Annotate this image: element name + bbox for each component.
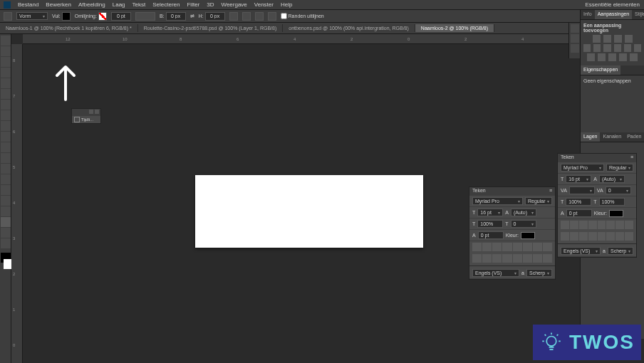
ot-ordinals-button-2[interactable] xyxy=(513,254,522,263)
path-tool-icon[interactable] xyxy=(1,206,11,216)
tab-paden[interactable]: Paden xyxy=(624,132,644,142)
smallcaps-button[interactable] xyxy=(588,221,597,229)
bold-button-2[interactable] xyxy=(472,243,482,251)
italic-button[interactable] xyxy=(570,221,578,229)
leading-input-2[interactable]: (Auto) xyxy=(514,210,527,215)
aa-select-2[interactable]: Scherp xyxy=(529,270,545,275)
stroke-swatch[interactable] xyxy=(98,12,107,21)
font-style-select[interactable]: Regular xyxy=(609,165,627,170)
tab-naamloos-2[interactable]: Naamloos-2 @ 100% (RGB/8) xyxy=(415,24,494,32)
aa-select[interactable]: Scherp xyxy=(611,248,626,253)
zoom-tool-icon[interactable] xyxy=(1,238,11,248)
menu-venster[interactable]: Venster xyxy=(254,1,274,8)
underline-button[interactable] xyxy=(616,221,624,229)
allcaps-button[interactable] xyxy=(579,221,588,229)
adj-curves-icon[interactable] xyxy=(614,35,622,43)
font-family-select-2[interactable]: Myriad Pro xyxy=(475,199,499,204)
underline-button-2[interactable] xyxy=(533,243,542,251)
eraser-tool-icon[interactable] xyxy=(1,142,11,152)
ot-fractions-button-2[interactable] xyxy=(523,254,532,263)
stroke-type-dropdown[interactable] xyxy=(135,12,155,21)
tab-kanalen[interactable]: Kanalen xyxy=(600,132,624,142)
fill-swatch[interactable] xyxy=(62,12,71,21)
brush-tool-icon[interactable] xyxy=(1,110,11,120)
marquee-tool-icon[interactable] xyxy=(1,46,11,56)
tab-aanpassingen[interactable]: Aanpassingen xyxy=(595,10,632,19)
text-color-swatch-2[interactable] xyxy=(521,232,535,239)
adj-exposure-icon[interactable] xyxy=(625,35,633,43)
adj-mixer-icon[interactable] xyxy=(634,44,641,52)
tab-roulette[interactable]: Roulette-Casino-2-psd65788.psd @ 100% (L… xyxy=(138,24,283,32)
font-size-input-2[interactable]: 16 pt xyxy=(480,210,492,215)
panel-menu-icon-2[interactable]: ≡ xyxy=(549,188,552,195)
hand-tool-icon[interactable] xyxy=(1,228,11,238)
italic-button-2[interactable] xyxy=(482,243,492,251)
history-panel-icon[interactable] xyxy=(571,24,579,33)
panel-minimize-icon[interactable] xyxy=(89,110,93,114)
ot-swash-button-2[interactable] xyxy=(492,254,502,263)
adj-hue-icon[interactable] xyxy=(593,44,601,52)
vscale-input-2[interactable]: 100% xyxy=(480,221,493,226)
gear-icon[interactable] xyxy=(268,12,276,21)
canvas-document[interactable] xyxy=(195,175,423,248)
vscale-input[interactable]: 100% xyxy=(568,199,581,204)
menu-filter[interactable]: Filter xyxy=(187,1,199,8)
strike-button[interactable] xyxy=(625,221,633,229)
path-arrange-icon[interactable] xyxy=(255,12,264,21)
gradient-tool-icon[interactable] xyxy=(1,153,11,163)
menu-laag[interactable]: Laag xyxy=(113,1,125,8)
link-wh-icon[interactable]: ⇌ xyxy=(190,14,194,19)
adj-map-icon[interactable] xyxy=(619,53,627,61)
ot-st-button-2[interactable] xyxy=(482,254,492,263)
language-select-2[interactable]: Engels (VS) xyxy=(475,270,502,275)
allcaps-button-2[interactable] xyxy=(492,243,502,251)
path-align-icon[interactable] xyxy=(242,12,251,21)
menu-afbeelding[interactable]: Afbeelding xyxy=(78,1,105,8)
stroke-width-input[interactable] xyxy=(111,12,131,21)
shape-mode-dropdown[interactable]: Vorm xyxy=(19,14,31,19)
adj-balance-icon[interactable] xyxy=(603,44,611,52)
type-tool-icon[interactable] xyxy=(1,196,11,206)
subscript-button-2[interactable] xyxy=(523,243,532,251)
adj-brightness-icon[interactable] xyxy=(593,35,601,43)
adj-bw-icon[interactable] xyxy=(614,44,621,52)
ot-fi-button[interactable] xyxy=(561,232,569,241)
tab-stijlen[interactable]: Stijlen xyxy=(632,10,644,19)
adj-selective-icon[interactable] xyxy=(630,53,638,61)
adj-vibrance-icon[interactable] xyxy=(583,44,591,52)
ot-fi-button-2[interactable] xyxy=(472,254,482,263)
timeline-panel-collapsed[interactable]: Tijdli... xyxy=(71,108,101,124)
ot-ordinals-button[interactable] xyxy=(598,232,606,241)
stamp-tool-icon[interactable] xyxy=(1,121,11,131)
menu-bewerken[interactable]: Bewerken xyxy=(46,1,71,8)
height-input[interactable] xyxy=(205,12,225,21)
ot-half-button[interactable] xyxy=(625,232,633,241)
paragraph-panel-icon[interactable] xyxy=(571,44,579,53)
ot-st-button[interactable] xyxy=(570,232,578,241)
width-input[interactable] xyxy=(166,12,186,21)
eyedropper-tool-icon[interactable] xyxy=(1,89,11,99)
ot-titling-button[interactable] xyxy=(588,232,597,241)
ot-swash-button[interactable] xyxy=(579,232,588,241)
panel-menu-icon[interactable]: ≡ xyxy=(630,154,633,162)
tab-info[interactable]: Info xyxy=(581,10,595,19)
leading-input[interactable]: (Auto) xyxy=(602,177,616,182)
menu-3d[interactable]: 3D xyxy=(207,1,214,8)
language-select[interactable]: Engels (VS) xyxy=(564,248,590,253)
blur-tool-icon[interactable] xyxy=(1,164,11,174)
font-size-input[interactable]: 16 pt xyxy=(568,177,580,182)
baseline-input[interactable]: 0 pt xyxy=(569,211,578,216)
adj-posterize-icon[interactable] xyxy=(598,53,606,61)
menu-bestand[interactable]: Bestand xyxy=(18,1,38,8)
font-style-select-2[interactable]: Regular xyxy=(528,199,546,204)
tracking-input[interactable]: 0 xyxy=(608,188,611,193)
adj-threshold-icon[interactable] xyxy=(608,53,616,61)
history-brush-tool-icon[interactable] xyxy=(1,132,11,142)
ot-titling-button-2[interactable] xyxy=(502,254,511,263)
smallcaps-button-2[interactable] xyxy=(502,243,511,251)
panel-close-icon[interactable] xyxy=(95,110,99,114)
hscale-input[interactable]: 100% xyxy=(602,199,615,204)
pen-tool-icon[interactable] xyxy=(1,185,11,195)
character-panel-small[interactable]: Teken≡ Myriad Pro▾Regular▾ T16 pt▾A(Auto… xyxy=(469,186,556,280)
baseline-input-2[interactable]: 0 pt xyxy=(481,233,489,238)
